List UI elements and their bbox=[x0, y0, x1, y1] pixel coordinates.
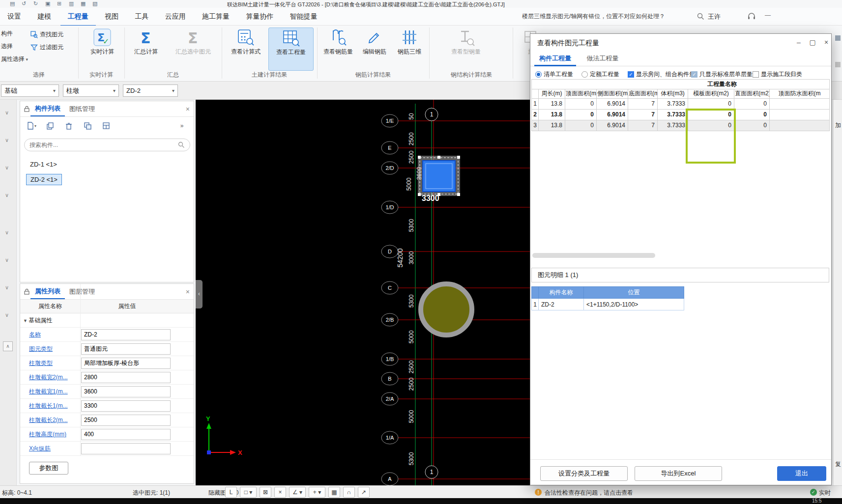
chevron-down-icon[interactable] bbox=[5, 192, 9, 198]
ribbon-select-button[interactable]: 选择 bbox=[1, 42, 13, 51]
cad-viewport[interactable]: 1 1 1/E E 2/D 1/D D C 2/B 1/B B 2/A 1/A … bbox=[196, 100, 541, 485]
element-detail-table[interactable]: 构件名称 位置 1 ZD-2 <1+1150,2/D-1100> bbox=[531, 286, 684, 310]
close-icon[interactable] bbox=[186, 288, 190, 296]
image-capture-button[interactable] bbox=[328, 487, 340, 498]
selection-grip[interactable] bbox=[418, 156, 421, 159]
menu-smart-extract[interactable]: 智能提量 bbox=[283, 8, 325, 25]
chevron-down-icon[interactable] bbox=[5, 257, 9, 263]
edit-rebar-button[interactable]: 编辑钢筋 bbox=[359, 28, 390, 56]
chevron-down-icon[interactable] bbox=[5, 137, 9, 143]
chevron-down-icon[interactable] bbox=[5, 229, 9, 236]
new-component-button[interactable] bbox=[25, 120, 38, 132]
column-header-location[interactable]: 位置 bbox=[584, 287, 684, 299]
quick-access-icon[interactable] bbox=[81, 0, 86, 7]
tab-layer-management[interactable]: 图层管理 bbox=[65, 284, 99, 299]
ribbon-component-button[interactable]: 构件 bbox=[1, 29, 13, 38]
menu-view[interactable]: 视图 bbox=[97, 8, 126, 25]
right-strip-label[interactable]: 复 bbox=[835, 460, 841, 469]
column-header[interactable]: 顶面防水面积(m bbox=[770, 89, 830, 99]
property-name-link[interactable]: X向纵筋 bbox=[20, 445, 80, 453]
property-value-input[interactable] bbox=[81, 358, 171, 369]
help-question-link[interactable]: 楼层三维显示图元/轴网有错位，位置不对应如何处理？ bbox=[522, 12, 665, 21]
arc-tool-button[interactable] bbox=[343, 487, 355, 498]
rebar-3d-button[interactable]: 钢筋三维 bbox=[392, 28, 427, 56]
property-name-link[interactable]: 柱墩截宽2(m... bbox=[20, 373, 80, 382]
property-name-link[interactable]: 柱墩截长1(m... bbox=[20, 402, 80, 410]
selection-grip[interactable] bbox=[418, 193, 421, 196]
component-search-input[interactable] bbox=[29, 141, 178, 148]
list-item-zd1[interactable]: ZD-1 <1> bbox=[26, 159, 61, 169]
quick-access-icon[interactable] bbox=[45, 0, 50, 7]
chevron-down-icon[interactable] bbox=[5, 165, 9, 171]
menu-quantity[interactable]: 工程量 bbox=[60, 8, 96, 27]
validity-warning-link[interactable]: 合法性检查存在问题，请点击查看 bbox=[545, 489, 633, 497]
column-header[interactable]: 顶面面积(m2) bbox=[565, 89, 597, 99]
minimize-icon[interactable] bbox=[793, 38, 805, 48]
property-value-input[interactable] bbox=[81, 443, 171, 454]
detail-row[interactable]: 1 ZD-2 <1+1150,2/D-1100> bbox=[532, 299, 684, 310]
copy-component-button[interactable] bbox=[44, 120, 57, 132]
quantity-table[interactable]: 工程量名称 周长(m) 顶面面积(m2) 侧面面积(m2) 底面面积(m2) 体… bbox=[531, 79, 830, 131]
selection-grip[interactable] bbox=[457, 193, 460, 196]
filter-element-button[interactable]: 过滤图元 bbox=[30, 43, 63, 52]
selection-grip[interactable] bbox=[457, 156, 460, 159]
undo-icon[interactable] bbox=[22, 0, 26, 7]
view-steel-quantity-button[interactable]: 查看型钢量 bbox=[441, 28, 491, 56]
category-dropdown[interactable]: 基础 bbox=[1, 84, 59, 97]
quick-access-icon[interactable] bbox=[69, 0, 74, 7]
layer-copy-button[interactable] bbox=[81, 120, 94, 132]
menu-collaboration[interactable]: 算量协作 bbox=[238, 8, 281, 25]
exit-button[interactable]: 退出 bbox=[777, 466, 826, 481]
property-value-input[interactable] bbox=[81, 343, 171, 355]
menu-tools[interactable]: 工具 bbox=[127, 8, 156, 25]
element-dropdown[interactable]: ZD-2 bbox=[123, 84, 178, 97]
property-value-input[interactable] bbox=[81, 386, 171, 397]
property-name-link[interactable]: 柱墩类型 bbox=[20, 359, 80, 367]
delete-component-button[interactable] bbox=[62, 120, 75, 132]
horizontal-scrollbar[interactable] bbox=[532, 253, 655, 258]
tab-method-quantity[interactable]: 做法工程量 bbox=[581, 52, 623, 65]
selection-mode-button[interactable] bbox=[240, 487, 257, 498]
maximize-icon[interactable] bbox=[807, 38, 818, 48]
search-icon[interactable] bbox=[697, 13, 704, 20]
column-header[interactable]: 体积(m3) bbox=[658, 89, 688, 99]
more-tools-button[interactable] bbox=[175, 120, 188, 132]
property-name-link[interactable]: 柱墩截宽1(m... bbox=[20, 388, 80, 396]
angle-tool-button[interactable] bbox=[289, 487, 306, 498]
selection-grip[interactable] bbox=[437, 156, 440, 159]
chevron-down-icon[interactable] bbox=[5, 110, 9, 116]
chevron-down-icon[interactable] bbox=[5, 312, 9, 318]
ribbon-attribute-select-button[interactable]: 属性选择 bbox=[1, 55, 28, 63]
tab-component-list[interactable]: 构件列表 bbox=[30, 101, 65, 116]
column-header[interactable]: 模板面积(m2) bbox=[688, 89, 734, 99]
type-dropdown[interactable]: 柱墩 bbox=[63, 84, 119, 97]
close-icon[interactable] bbox=[186, 105, 190, 113]
checkbox-show-room[interactable]: 显示房间、组合构件量 bbox=[628, 70, 695, 79]
column-header[interactable]: 侧面面积(m2) bbox=[597, 89, 628, 99]
summary-calc-button[interactable]: Σ 汇总计算 bbox=[127, 28, 165, 56]
ribbon-edge-icon[interactable] bbox=[835, 35, 841, 41]
realtime-calc-button[interactable]: Σ✓ 实时计算 bbox=[83, 28, 122, 56]
close-icon[interactable] bbox=[820, 38, 832, 48]
column-header-component[interactable]: 构件名称 bbox=[539, 287, 584, 299]
radio-quota-quantity[interactable]: 定额工程量 bbox=[581, 70, 619, 79]
menu-modeling[interactable]: 建模 bbox=[30, 8, 58, 25]
property-name-link[interactable]: 名称 bbox=[20, 331, 80, 339]
minimize-icon[interactable] bbox=[765, 12, 771, 19]
chevron-up-icon[interactable] bbox=[3, 341, 13, 351]
right-strip-label[interactable]: 加 bbox=[835, 121, 841, 130]
menu-construction-calc[interactable]: 施工算量 bbox=[195, 8, 237, 25]
property-name-link[interactable]: 图元类型 bbox=[20, 345, 80, 353]
view-rebar-quantity-button[interactable]: 查看钢筋量 bbox=[319, 28, 357, 56]
table-row[interactable]: 3 13.8 0 6.9014 7 3.7333 0 0 bbox=[532, 120, 830, 131]
view-calc-formula-button[interactable]: 查看计算式 bbox=[225, 28, 266, 56]
column-header[interactable]: 直面面积(m2) bbox=[734, 89, 770, 99]
user-name[interactable]: 王许 bbox=[708, 12, 721, 21]
table-row[interactable]: 1 13.8 0 6.9014 7 3.7333 0 0 bbox=[532, 98, 830, 109]
property-name-link[interactable]: 柱墩截长2(m... bbox=[20, 416, 80, 424]
view-quantity-button[interactable]: 查看工程量 bbox=[268, 28, 314, 71]
cancel-tool-button[interactable] bbox=[274, 487, 286, 498]
property-group-row[interactable]: 基础属性 bbox=[20, 313, 194, 328]
column-header[interactable]: 底面面积(m2) bbox=[628, 89, 658, 99]
search-icon[interactable] bbox=[178, 141, 185, 148]
